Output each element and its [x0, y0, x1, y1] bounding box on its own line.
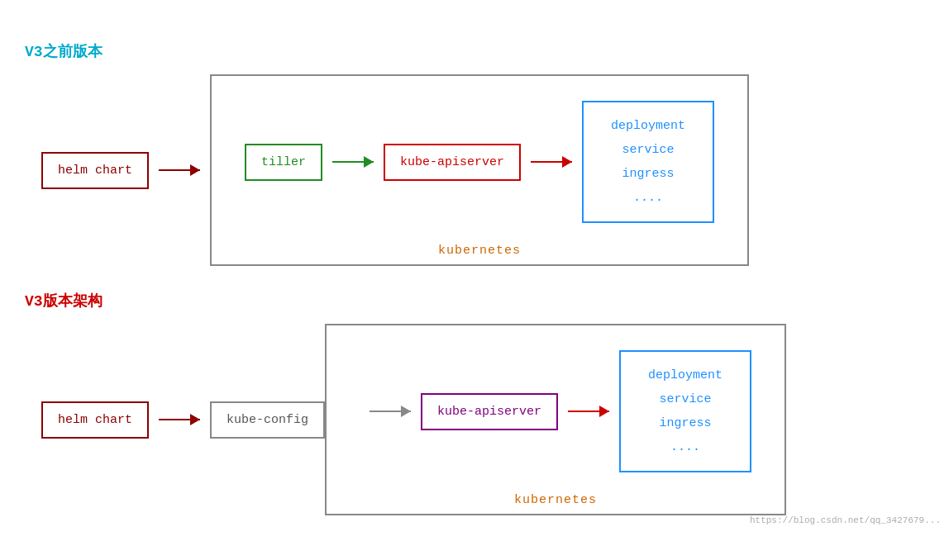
arrow3-bottom	[568, 411, 609, 412]
arrow2-top	[332, 161, 374, 163]
top-tiller-box: tiller	[245, 144, 322, 181]
top-res-dots: ....	[608, 191, 688, 205]
bottom-kube-config-box: kube-config	[210, 401, 325, 439]
bottom-res-deployment: deployment	[646, 368, 725, 382]
bottom-section-label: V3版本架构	[25, 291, 924, 311]
bottom-res-ingress: ingress	[646, 416, 725, 430]
arrow-line-3	[531, 161, 572, 163]
watermark: https://blog.csdn.net/qq_3427679...	[750, 515, 941, 525]
arrow3-top	[531, 161, 572, 163]
arrow1-bottom	[159, 419, 200, 420]
arrow-line-b2	[370, 411, 411, 412]
arrow1-top	[159, 169, 200, 171]
top-resources-box: deployment service ingress ....	[582, 101, 714, 223]
bottom-resources-box: deployment service ingress ....	[619, 350, 751, 472]
top-k8s-label: kubernetes	[438, 244, 521, 258]
arrow-line-b1	[159, 419, 200, 420]
top-section-label: V3之前版本	[25, 41, 924, 61]
top-res-ingress: ingress	[608, 167, 688, 181]
top-res-deployment: deployment	[608, 119, 688, 133]
top-res-service: service	[608, 143, 688, 157]
bottom-res-dots: ....	[646, 440, 725, 454]
arrow-line-2	[332, 161, 374, 163]
bottom-res-service: service	[646, 392, 725, 406]
top-helm-chart-box: helm chart	[41, 152, 149, 189]
bottom-apiserver-box: kube-apiserver	[421, 393, 558, 430]
bottom-helm-chart-box: helm chart	[41, 401, 149, 439]
bottom-k8s-label: kubernetes	[514, 493, 597, 507]
arrow-line-1	[159, 169, 200, 171]
arrow-line-b3	[568, 411, 609, 412]
arrow2-bottom	[370, 411, 411, 412]
top-k8s-box: tiller kube-apiserver deployment service…	[210, 74, 749, 266]
top-apiserver-box: kube-apiserver	[384, 144, 521, 181]
